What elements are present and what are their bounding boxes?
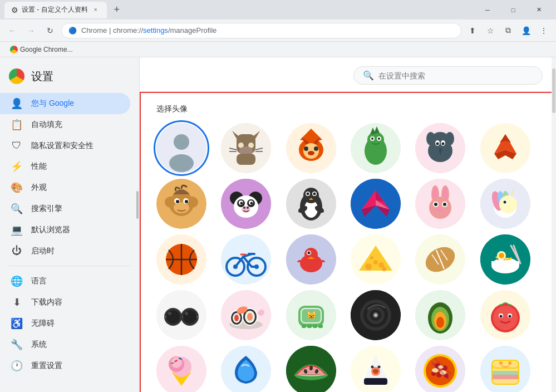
avatar-vinyl[interactable] <box>351 290 401 340</box>
avatar-football[interactable] <box>415 234 465 285</box>
avatar-onigiri[interactable] <box>351 346 401 392</box>
sidebar-item-reset[interactable]: 🕐 重置设置 <box>0 355 130 376</box>
svg-point-42 <box>442 143 445 145</box>
svg-point-32 <box>371 138 373 140</box>
svg-rect-164 <box>302 325 306 328</box>
omnibox-url: Chrome | chrome://settings/manageProfile <box>81 26 454 35</box>
avatar-penguin[interactable] <box>286 179 336 229</box>
active-tab[interactable]: ⚙ 设置 - 自定义个人资料 × <box>4 2 107 18</box>
maximize-button[interactable]: □ <box>500 2 526 18</box>
avatar-monkey[interactable] <box>156 179 206 229</box>
back-button[interactable]: ← <box>4 23 20 38</box>
settings-page-title: 设置 <box>31 69 53 84</box>
sidebar-item-autofill[interactable]: 📋 自动填充 <box>0 114 130 135</box>
avatar-dinosaur[interactable] <box>351 123 401 173</box>
system-icon: 🔧 <box>11 339 22 351</box>
avatar-toast[interactable] <box>480 346 530 392</box>
sidebar-item-startup[interactable]: ⏻ 启动时 <box>0 241 130 261</box>
sidebar-label-search: 搜索引擎 <box>31 204 62 214</box>
bookmark-icon[interactable]: ☆ <box>483 23 498 38</box>
sidebar-label-language: 语言 <box>31 276 47 286</box>
sidebar-item-performance[interactable]: ⚡ 性能 <box>0 156 130 177</box>
tab-close-button[interactable]: × <box>91 6 100 14</box>
avatar-bowl[interactable] <box>480 234 530 285</box>
sidebar: 设置 👤 您与 Google 📋 自动填充 🛡 隐私设置和安全性 ⚡ 性能 🎨 … <box>0 57 139 392</box>
avatar-elephant-img <box>415 123 465 173</box>
avatar-sushi[interactable] <box>221 290 271 340</box>
sidebar-label-browser: 默认浏览器 <box>31 225 70 235</box>
reset-icon: 🕐 <box>11 360 22 372</box>
avatar-sunglasses[interactable] <box>156 290 206 340</box>
svg-point-41 <box>436 143 439 145</box>
extensions-icon[interactable]: ⧉ <box>500 23 516 38</box>
avatar-default[interactable] <box>156 123 206 173</box>
settings-search-box[interactable]: 🔍 <box>353 66 543 85</box>
avatar-watermelon[interactable] <box>286 346 336 392</box>
menu-icon[interactable]: ⋮ <box>536 23 552 38</box>
forward-button[interactable]: → <box>23 23 39 38</box>
svg-point-182 <box>493 306 518 330</box>
avatar-bag[interactable] <box>221 346 271 392</box>
sidebar-item-accessibility[interactable]: ♿ 无障碍 <box>0 313 130 334</box>
svg-point-157 <box>247 313 253 321</box>
svg-rect-203 <box>364 378 387 385</box>
avatar-icecream[interactable] <box>156 346 206 392</box>
avatar-basketball[interactable] <box>156 234 206 285</box>
content-scrollbar[interactable] <box>552 57 556 392</box>
refresh-button[interactable]: ↻ <box>42 23 58 38</box>
sidebar-item-google[interactable]: 👤 您与 Google <box>0 93 130 114</box>
sidebar-scroll-thumb <box>136 191 139 219</box>
settings-search-input[interactable] <box>378 71 533 80</box>
avatar-pizza-img <box>415 346 465 392</box>
avatar-camera[interactable]: 😸 <box>286 290 336 340</box>
avatar-cat[interactable] <box>221 123 271 173</box>
svg-point-73 <box>303 188 319 203</box>
sidebar-item-language[interactable]: 🌐 语言 <box>0 271 130 292</box>
avatar-unicorn-img <box>480 179 530 229</box>
avatar-bird[interactable] <box>286 234 336 285</box>
sidebar-item-system[interactable]: 🔧 系统 <box>0 334 130 355</box>
avatar-panda[interactable] <box>221 179 271 229</box>
avatar-crab-img <box>480 123 530 173</box>
avatar-fox[interactable] <box>286 123 336 173</box>
close-button[interactable]: ✕ <box>526 2 552 18</box>
sidebar-item-downloads[interactable]: ⬇ 下载内容 <box>0 292 130 313</box>
omnibox[interactable]: 🔵 Chrome | chrome://settings/manageProfi… <box>61 23 461 38</box>
minimize-button[interactable]: ─ <box>475 2 500 18</box>
new-tab-button[interactable]: + <box>109 2 125 18</box>
avatar-cheese-img <box>351 234 401 285</box>
downloads-icon: ⬇ <box>11 296 22 308</box>
share-icon[interactable]: ⬆ <box>465 23 480 38</box>
address-bar: ← → ↻ 🔵 Chrome | chrome://settings/manag… <box>0 19 556 42</box>
svg-point-27 <box>367 132 384 148</box>
omnibox-security-icon: 🔵 <box>68 27 77 35</box>
svg-point-144 <box>166 310 180 324</box>
avatar-tomato[interactable] <box>480 290 530 340</box>
avatar-pizza[interactable] <box>415 346 465 392</box>
avatar-bicycle[interactable] <box>221 234 271 285</box>
sidebar-item-browser[interactable]: 💻 默认浏览器 <box>0 219 130 241</box>
sidebar-label-performance: 性能 <box>31 161 47 171</box>
svg-point-77 <box>313 193 316 195</box>
sidebar-label-privacy: 隐私设置和安全性 <box>31 141 94 151</box>
avatar-rabbit[interactable] <box>415 179 465 229</box>
avatar-watermelon-img <box>286 346 336 392</box>
svg-point-123 <box>365 263 372 270</box>
avatar-avocado[interactable] <box>415 290 465 340</box>
avatar-cheese[interactable] <box>351 234 401 285</box>
sidebar-item-search[interactable]: 🔍 搜索引擎 <box>0 198 130 219</box>
bookmark-chrome[interactable]: Google Chrome... <box>6 45 77 55</box>
sidebar-item-appearance[interactable]: 🎨 外观 <box>0 177 130 198</box>
avatar-origami-bird[interactable] <box>351 179 401 229</box>
sidebar-item-privacy[interactable]: 🛡 隐私设置和安全性 <box>0 135 130 156</box>
profile-icon[interactable]: 👤 <box>518 23 534 38</box>
avatar-elephant[interactable] <box>415 123 465 173</box>
avatar-unicorn[interactable] <box>480 179 530 229</box>
avatar-crab[interactable] <box>480 123 530 173</box>
svg-point-76 <box>306 193 309 195</box>
language-icon: 🌐 <box>11 275 22 287</box>
svg-rect-14 <box>237 154 255 165</box>
svg-point-68 <box>243 207 245 209</box>
tab-strip: ⚙ 设置 - 自定义个人资料 × + <box>4 2 125 18</box>
svg-point-96 <box>443 203 446 206</box>
